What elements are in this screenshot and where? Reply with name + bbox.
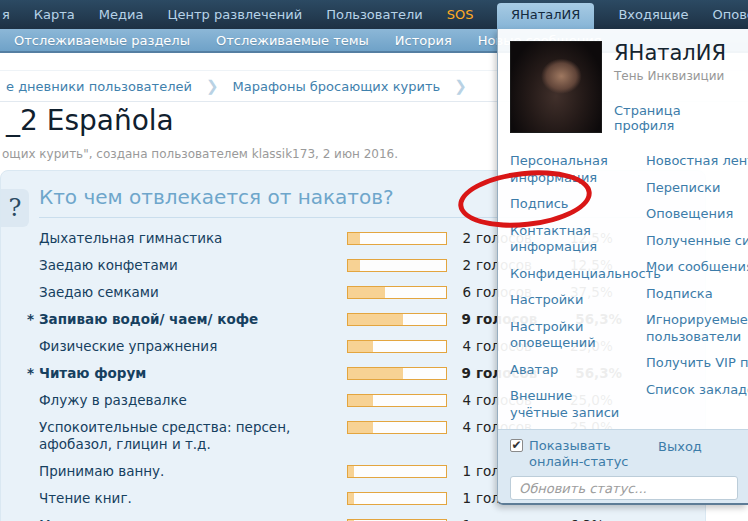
user-panel-header: ЯНаталИЯ Тень Инквизиции Страница профил… — [498, 29, 748, 145]
poll-result-bar — [347, 286, 447, 299]
user-menu-item[interactable]: Контактная информация — [510, 223, 630, 256]
subnav-item[interactable]: Отслеживаемые темы — [216, 33, 369, 48]
poll-option-label: Заедаю конфетами — [39, 257, 339, 274]
poll-result-bar — [347, 232, 447, 245]
user-menu-item[interactable]: Игнорируемые пользователи — [646, 312, 748, 345]
user-menu-item[interactable]: Персональная информация — [510, 153, 630, 186]
poll-result-bar — [347, 259, 447, 272]
nav-item[interactable]: Входящие — [618, 7, 688, 29]
user-menu-item[interactable]: Оповещения — [646, 206, 748, 223]
poll-result-fill — [348, 314, 403, 325]
poll-option-label: Принимаю ванну. — [39, 463, 339, 480]
nav-item[interactable]: Пользователи — [326, 7, 423, 22]
poll-result-fill — [348, 368, 403, 379]
poll-option-label: Успокоительные средства: персен, афобазо… — [39, 419, 339, 453]
poll-result-bar — [347, 313, 447, 326]
nav-item-fragment[interactable]: я — [2, 7, 10, 22]
user-dropdown-panel: ЯНаталИЯ Тень Инквизиции Страница профил… — [497, 29, 748, 505]
user-menu-item[interactable]: Получить VIP права — [646, 355, 748, 372]
poll-result-fill — [348, 287, 385, 298]
poll-vote-count: 1голосов — [459, 517, 532, 521]
status-update-input[interactable] — [510, 476, 738, 500]
poll-option-label: Читаю форум — [39, 365, 339, 382]
avatar[interactable] — [510, 41, 602, 133]
subnav-item[interactable]: История — [395, 33, 452, 48]
user-menu-item[interactable]: Настройки — [510, 292, 630, 309]
user-menu-item[interactable]: Подпись — [510, 196, 630, 213]
username[interactable]: ЯНаталИЯ — [614, 41, 736, 65]
poll-result-bar — [347, 394, 447, 407]
poll-percent: 6,3% — [570, 517, 622, 521]
profile-page-link[interactable]: Страница профиля — [614, 103, 736, 133]
user-menu-item[interactable]: Полученные симпатии — [646, 233, 748, 250]
poll-result-bar — [347, 421, 447, 434]
nav-item[interactable]: Центр развлечений — [167, 7, 302, 22]
poll-result-bar — [347, 465, 447, 478]
poll-option-label: Физические упражнения — [39, 338, 339, 355]
poll-result-fill — [348, 395, 373, 406]
voted-star-marker: * — [27, 365, 39, 382]
subnav-item[interactable]: Отслеживаемые разделы — [14, 33, 190, 48]
page-subtitle: ощих курить", создана пользователем klas… — [2, 147, 398, 161]
user-menu-item[interactable]: Список закладок — [646, 382, 748, 399]
page-title: _2 Española — [6, 104, 174, 137]
nav-item[interactable]: SOS — [447, 7, 474, 22]
poll-option-label: Молитва. — [39, 517, 339, 521]
user-menu-item[interactable]: Конфиденциальность — [510, 266, 630, 283]
top-navbar: я КартаМедиаЦентр развлеченийПользовател… — [0, 0, 748, 29]
poll-option-label: Дыхательная гимнастика — [39, 230, 339, 247]
nav-item[interactable]: Карта — [34, 7, 75, 22]
question-mark-icon: ? — [1, 189, 29, 227]
nav-item[interactable]: Медиа — [99, 7, 144, 22]
logout-link[interactable]: Выход — [658, 439, 702, 454]
poll-result-fill — [348, 493, 354, 504]
user-menu-item[interactable]: Подписка — [646, 286, 748, 303]
online-status-label[interactable]: Показывать онлайн-статус — [529, 438, 641, 470]
poll-result-fill — [348, 466, 354, 477]
poll-option-label: Запиваю водой/ чаем/ кофе — [39, 311, 339, 328]
poll-result-fill — [348, 341, 373, 352]
chevron-right-icon: ❯ — [454, 77, 467, 95]
poll-result-fill — [348, 233, 360, 244]
user-menu-item[interactable]: Новостная лента — [646, 153, 748, 170]
poll-option-row: Молитва. 1голосов 6,3% — [27, 517, 705, 521]
poll-result-bar — [347, 367, 447, 380]
nav-item[interactable]: Оповещения — [712, 7, 748, 29]
user-panel-footer: Показывать онлайн-статус Выход — [498, 429, 748, 503]
user-menu-item[interactable]: Настройки оповещений — [510, 319, 630, 352]
chevron-right-icon: ❯ — [206, 77, 219, 95]
user-menu-item[interactable]: Мои сообщения — [646, 259, 748, 276]
poll-option-label: Заедаю семками — [39, 284, 339, 301]
breadcrumb-item[interactable]: е дневники пользователей — [6, 79, 192, 94]
breadcrumb-item[interactable]: Марафоны бросающих курить — [232, 79, 440, 94]
poll-result-bar — [347, 340, 447, 353]
online-status-checkbox[interactable] — [510, 439, 523, 452]
poll-result-fill — [348, 422, 373, 433]
user-menu-item[interactable]: Переписки — [646, 180, 748, 197]
voted-star-marker: * — [27, 311, 39, 328]
poll-option-label: Флужу в раздевалке — [39, 392, 339, 409]
user-menu-item[interactable]: Аватар — [510, 362, 630, 379]
poll-result-fill — [348, 260, 360, 271]
poll-result-bar — [347, 492, 447, 505]
user-menu-tab[interactable]: ЯНаталИЯ — [497, 3, 594, 29]
user-menu-item[interactable]: Внешние учётные записи — [510, 388, 630, 421]
user-title: Тень Инквизиции — [614, 69, 736, 83]
poll-option-label: Чтение книг. — [39, 490, 339, 507]
